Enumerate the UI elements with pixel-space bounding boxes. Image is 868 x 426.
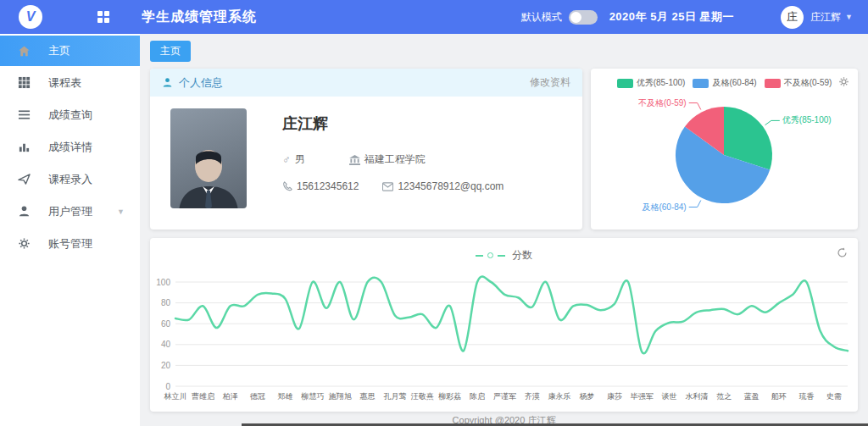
legend-marker-icon xyxy=(487,252,493,258)
sidebar-item-label: 课程表 xyxy=(48,75,81,91)
svg-text:40: 40 xyxy=(161,340,171,349)
avatar[interactable]: 庄 xyxy=(781,6,804,29)
svg-text:60: 60 xyxy=(161,319,171,329)
line-chart-card: 分数 020406080100林立川曹维启柏泽德冠郑雄柳慧巧施翔旭惠思孔月莺汪敬… xyxy=(150,238,858,412)
svg-text:陈启: 陈启 xyxy=(470,392,485,401)
pie-chart: 优秀(85-100)及格(60-84)不及格(0-59) xyxy=(591,89,858,221)
svg-text:康莎: 康莎 xyxy=(607,392,622,401)
send-icon xyxy=(17,173,31,186)
svg-text:曹维启: 曹维启 xyxy=(191,392,214,401)
toggle-knob xyxy=(570,12,581,23)
svg-text:20: 20 xyxy=(161,361,171,370)
submenu-chevron-icon: ▼ xyxy=(117,207,125,216)
svg-text:柏泽: 柏泽 xyxy=(222,392,238,401)
gear-icon xyxy=(17,237,31,251)
pie-legend-item[interactable]: 不及格(0-59) xyxy=(765,77,832,89)
line-legend-label: 分数 xyxy=(512,248,532,263)
table-icon xyxy=(17,76,31,90)
svg-text:优秀(85-100): 优秀(85-100) xyxy=(782,115,832,124)
sidebar-item-home[interactable]: 主页 xyxy=(0,36,140,66)
profile-school: 福建工程学院 xyxy=(364,152,426,167)
chevron-down-icon[interactable]: ▼ xyxy=(845,13,853,21)
svg-text:汪敬熹: 汪敬熹 xyxy=(411,392,434,401)
mode-label: 默认模式 xyxy=(521,10,562,25)
sidebar-item-label: 成绩查询 xyxy=(48,108,92,123)
svg-text:齐漠: 齐漠 xyxy=(525,392,540,401)
school-icon xyxy=(349,155,360,165)
mode-toggle[interactable] xyxy=(569,10,598,25)
svg-text:柳慧巧: 柳慧巧 xyxy=(300,392,324,401)
svg-text:杨梦: 杨梦 xyxy=(580,392,595,401)
sidebar-item-label: 成绩详情 xyxy=(48,140,92,155)
svg-text:施翔旭: 施翔旭 xyxy=(329,392,352,401)
edit-profile-link[interactable]: 修改资料 xyxy=(530,75,570,90)
sidebar-item-account-management[interactable]: 账号管理 xyxy=(0,228,140,259)
username[interactable]: 庄江辉 xyxy=(810,10,841,25)
profile-email: 12345678912@qq.com xyxy=(398,180,504,192)
line-legend[interactable]: 分数 xyxy=(150,248,858,263)
sidebar: 主页 课程表 成绩查询 成绩详情 课程录入 用户管理 ▼ 账号管理 xyxy=(0,34,140,426)
line-chart: 020406080100林立川曹维启柏泽德冠郑雄柳慧巧施翔旭惠思孔月莺汪敬熹柳彩… xyxy=(150,238,858,412)
sidebar-item-timetable[interactable]: 课程表 xyxy=(0,67,140,98)
home-icon xyxy=(17,44,31,58)
profile-phone: 15612345612 xyxy=(297,180,359,192)
profile-gender: 男 xyxy=(295,152,305,167)
sidebar-item-score-query[interactable]: 成绩查询 xyxy=(0,99,140,130)
svg-text:范之: 范之 xyxy=(716,392,732,401)
sidebar-item-score-detail[interactable]: 成绩详情 xyxy=(0,131,140,163)
svg-text:100: 100 xyxy=(156,278,170,287)
svg-text:康永乐: 康永乐 xyxy=(548,392,571,401)
profile-name: 庄江辉 xyxy=(282,113,504,134)
svg-text:及格(60-84): 及格(60-84) xyxy=(642,202,686,212)
menu-grid-icon[interactable] xyxy=(97,11,109,23)
svg-text:柳彩荔: 柳彩荔 xyxy=(437,392,461,401)
svg-text:蓝盈: 蓝盈 xyxy=(744,392,760,401)
sidebar-item-user-management[interactable]: 用户管理 ▼ xyxy=(0,196,140,227)
svg-text:船环: 船环 xyxy=(771,392,787,401)
svg-text:水利清: 水利清 xyxy=(686,392,709,401)
pie-legend: 优秀(85-100)及格(60-84)不及格(0-59) xyxy=(591,77,858,89)
breadcrumb-tab[interactable]: 主页 xyxy=(150,41,191,62)
pie-legend-item[interactable]: 优秀(85-100) xyxy=(617,77,686,89)
app-header: V 学生成绩管理系统 默认模式 2020年 5月 25日 星期一 庄 庄江辉 ▼ xyxy=(0,0,868,34)
sidebar-item-course-entry[interactable]: 课程录入 xyxy=(0,163,140,195)
pie-chart-card: 优秀(85-100)及格(60-84)不及格(0-59) 优秀(85-100)及… xyxy=(591,69,858,230)
svg-text:80: 80 xyxy=(161,298,171,307)
sidebar-item-label: 课程录入 xyxy=(48,172,92,187)
svg-text:琉香: 琉香 xyxy=(798,392,814,401)
sidebar-item-label: 账号管理 xyxy=(48,236,92,252)
svg-text:谈世: 谈世 xyxy=(662,392,677,401)
sidebar-item-label: 用户管理 xyxy=(48,204,92,219)
svg-text:0: 0 xyxy=(165,382,170,391)
svg-text:德冠: 德冠 xyxy=(250,392,265,401)
profile-card: 个人信息 修改资料 庄江辉 ♂ 男 福建工程学院 xyxy=(150,69,582,230)
main-content: 主页 个人信息 修改资料 庄江辉 ♂ 男 xyxy=(140,34,868,426)
profile-photo xyxy=(170,108,247,208)
svg-text:毕强军: 毕强军 xyxy=(631,392,654,401)
list-icon xyxy=(17,108,31,122)
app-title: 学生成绩管理系统 xyxy=(142,8,257,26)
svg-text:史需: 史需 xyxy=(826,392,842,401)
mail-icon xyxy=(382,182,393,191)
gear-icon[interactable] xyxy=(838,75,849,91)
header-date: 2020年 5月 25日 星期一 xyxy=(609,9,734,25)
user-icon xyxy=(17,205,31,219)
profile-card-title: 个人信息 xyxy=(179,75,223,91)
app-logo-icon: V xyxy=(19,5,42,29)
svg-text:郑雄: 郑雄 xyxy=(278,392,293,401)
phone-icon xyxy=(282,181,292,191)
svg-text:林立川: 林立川 xyxy=(164,392,187,401)
svg-text:孔月莺: 孔月莺 xyxy=(383,392,406,401)
sidebar-item-label: 主页 xyxy=(48,43,70,58)
svg-text:严谨军: 严谨军 xyxy=(493,392,516,401)
svg-text:不及格(0-59): 不及格(0-59) xyxy=(638,98,687,108)
pie-legend-item[interactable]: 及格(60-84) xyxy=(693,77,756,89)
bar-chart-icon xyxy=(17,141,31,154)
male-icon: ♂ xyxy=(282,153,291,166)
refresh-icon[interactable] xyxy=(837,246,848,262)
person-icon xyxy=(162,77,173,88)
svg-text:惠思: 惠思 xyxy=(359,392,376,401)
